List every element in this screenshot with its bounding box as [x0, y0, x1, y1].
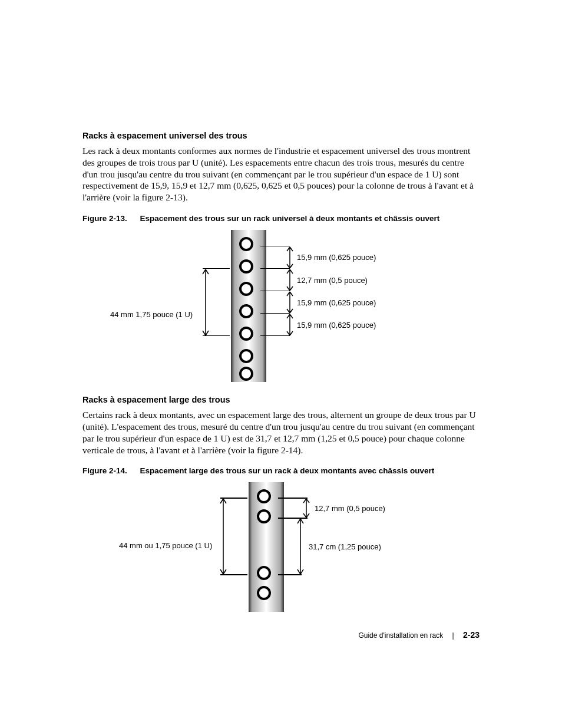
dim-arrow-icon — [295, 518, 306, 575]
dim-arrow-icon — [284, 313, 296, 337]
figure2-text: Espacement large des trous sur un rack à… — [140, 466, 435, 475]
rack-hole-icon — [239, 304, 253, 318]
dim-label-1b: 12,7 mm (0,5 pouce) — [315, 504, 385, 513]
dim-arrow-icon — [284, 268, 296, 292]
rack-hole-icon — [239, 367, 253, 381]
rack-hole-icon — [239, 282, 253, 296]
rack-hole-icon — [239, 237, 253, 251]
left-bracket-label: 44 mm 1,75 pouce (1 U) — [110, 310, 193, 319]
figure1-caption: Figure 2-13. Espacement des trous sur un… — [82, 214, 480, 223]
figure2-number: Figure 2-14. — [82, 466, 127, 475]
dim-arrow-icon — [217, 498, 229, 575]
figure1-number: Figure 2-13. — [82, 214, 127, 223]
rack-hole-icon — [239, 259, 253, 274]
dim-label-2b: 31,7 cm (1,25 pouce) — [309, 542, 381, 551]
figure2-diagram: 12,7 mm (0,5 pouce) 31,7 cm (1,25 pouce)… — [84, 482, 478, 612]
rack-hole-icon — [239, 327, 253, 341]
dim-label-3: 15,9 mm (0,625 pouce) — [297, 298, 376, 307]
left-bracket-label-b: 44 mm ou 1,75 pouce (1 U) — [119, 541, 212, 550]
dim-arrow-icon — [200, 268, 211, 337]
figure2-caption: Figure 2-14. Espacement large des trous … — [82, 466, 480, 475]
dim-label-1: 15,9 mm (0,625 pouce) — [297, 253, 376, 262]
dim-label-2: 12,7 mm (0,5 pouce) — [297, 276, 368, 285]
page-number: 2-23 — [463, 630, 480, 640]
section2-body: Certains rack à deux montants, avec un e… — [82, 409, 480, 456]
section2-heading: Racks à espacement large des trous — [82, 395, 480, 404]
dim-arrow-icon — [284, 291, 296, 314]
page-footer: Guide d'installation en rack | 2-23 — [358, 630, 480, 640]
figure1-diagram: 15,9 mm (0,625 pouce) 12,7 mm (0,5 pouce… — [84, 230, 478, 382]
figure1-text: Espacement des trous sur un rack univers… — [140, 214, 440, 223]
dim-label-4: 15,9 mm (0,625 pouce) — [297, 321, 376, 330]
section1-body: Les rack à deux montants conformes aux n… — [82, 145, 480, 203]
dim-arrow-icon — [284, 246, 296, 269]
dim-arrow-icon — [300, 498, 312, 519]
footer-title: Guide d'installation en rack — [358, 631, 443, 640]
rack-hole-icon — [239, 349, 253, 363]
footer-separator-icon: | — [452, 631, 454, 640]
section1-heading: Racks à espacement universel des trous — [82, 131, 480, 140]
